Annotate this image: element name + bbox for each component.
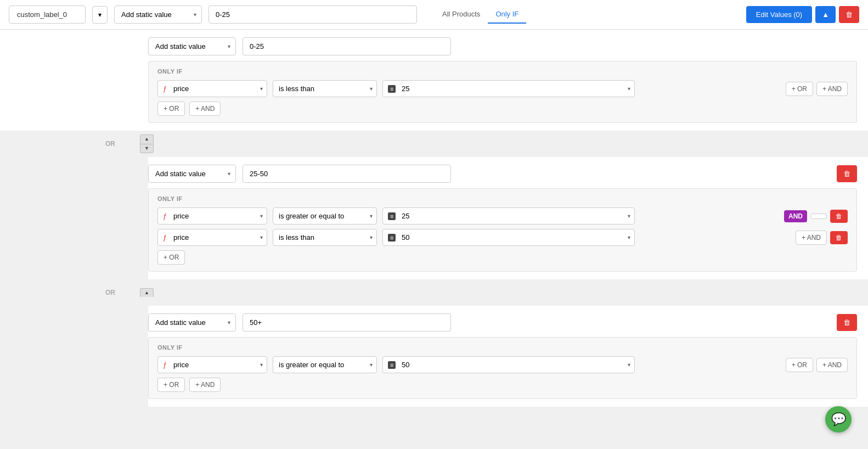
- section-2-condition-row-1: ƒ price ▾ is greater or equal to ▾: [157, 207, 848, 224]
- section-1-only-if-label: ONLY IF: [157, 68, 848, 75]
- section-1-op-select[interactable]: is less than: [273, 80, 377, 97]
- page-wrapper: custom_label_0 ▾ Add static value ▾ All …: [0, 0, 868, 407]
- section-2-op-select-1[interactable]: is greater or equal to: [273, 207, 377, 224]
- section-2-val-select-2[interactable]: 50: [382, 229, 635, 246]
- value-input-header[interactable]: [208, 5, 417, 24]
- section-3-left-pad: [0, 306, 148, 407]
- section-1-field-select[interactable]: price: [157, 80, 267, 97]
- section-1-bottom-or-btn[interactable]: + OR: [157, 102, 185, 116]
- add-static-select[interactable]: Add static value: [114, 5, 202, 24]
- section-3-row: Add static value ▾ 🗑 ONLY IF ƒ: [0, 306, 868, 407]
- section-3-type-select-wrapper: Add static value ▾: [148, 313, 236, 332]
- section-2-type-select-wrapper: Add static value ▾: [148, 165, 236, 183]
- section-1-content: Add static value ▾ ONLY IF ƒ price: [148, 30, 868, 131]
- section-1-cond-actions: + OR + AND: [786, 82, 848, 96]
- section-1: Add static value ▾ ONLY IF ƒ price: [0, 30, 868, 131]
- section-2-bottom-or-btn[interactable]: + OR: [157, 250, 185, 265]
- or-label-2: OR: [105, 289, 115, 296]
- tab-group: All Products Only IF: [435, 5, 526, 24]
- section-2-val-wrapper-1: ≡ 25 ▾: [382, 207, 635, 224]
- section-2-top-row: Add static value ▾ 🗑: [148, 165, 857, 183]
- move-up-button[interactable]: ▲: [815, 6, 836, 23]
- section-3-delete-btn[interactable]: 🗑: [837, 314, 857, 331]
- move-up-btn-1[interactable]: ▲: [140, 134, 154, 144]
- section-3-op-wrapper: is greater or equal to ▾: [273, 356, 377, 373]
- updown-btns-2: ▲: [140, 288, 154, 298]
- section-3-only-if-block: ONLY IF ƒ price ▾ is greater or: [148, 337, 857, 399]
- section-1-val-select[interactable]: 25: [382, 80, 635, 97]
- or-divider-2: OR ▲: [0, 279, 868, 306]
- add-static-wrapper: Add static value ▾: [114, 5, 202, 24]
- section-2-cond-2-del-btn[interactable]: 🗑: [830, 231, 848, 244]
- section-2-condition-row-2: ƒ price ▾ is less than ▾: [157, 229, 848, 246]
- section-2-op-wrapper-1: is greater or equal to ▾: [273, 207, 377, 224]
- section-1-only-if-block: ONLY IF ƒ price ▾ is less than: [148, 61, 857, 123]
- section-2-cond-2-and-btn[interactable]: + AND: [796, 231, 827, 245]
- section-1-field-wrapper: ƒ price ▾: [157, 80, 267, 97]
- section-1-and-btn[interactable]: + AND: [816, 82, 848, 96]
- section-2-field-select-2[interactable]: price: [157, 229, 267, 246]
- top-bar-right: Edit Values (0) ▲ 🗑: [746, 6, 859, 23]
- section-3-condition-row-1: ƒ price ▾ is greater or equal to ▾: [157, 356, 848, 373]
- custom-label-badge: custom_label_0: [9, 5, 86, 24]
- section-3-field-select[interactable]: price: [157, 356, 267, 373]
- section-3-field-wrapper: ƒ price ▾: [157, 356, 267, 373]
- section-2-left-pad: [0, 157, 148, 279]
- section-3-content: Add static value ▾ 🗑 ONLY IF ƒ: [148, 306, 868, 407]
- move-down-btn-1[interactable]: ▼: [140, 144, 154, 154]
- section-2-val-wrapper-2: ≡ 50 ▾: [382, 229, 635, 246]
- section-3-val-wrapper: ≡ 50 ▾: [382, 356, 635, 373]
- section-2: Add static value ▾ 🗑 ONLY IF ƒ: [0, 157, 868, 279]
- section-1-row: Add static value ▾ ONLY IF ƒ price: [0, 30, 868, 131]
- section-2-cond-2-actions: + AND 🗑: [796, 231, 848, 245]
- section-3-op-select[interactable]: is greater or equal to: [273, 356, 377, 373]
- section-1-value-input[interactable]: [243, 37, 451, 55]
- section-2-value-input[interactable]: [243, 165, 451, 183]
- section-2-only-if-label: ONLY IF: [157, 195, 848, 202]
- section-1-bottom-and-btn[interactable]: + AND: [189, 102, 221, 116]
- section-2-bottom-actions: + OR: [157, 250, 848, 265]
- section-1-bottom-actions: + OR + AND: [157, 102, 848, 116]
- section-3-or-btn[interactable]: + OR: [786, 358, 813, 372]
- section-2-delete-btn[interactable]: 🗑: [837, 165, 857, 182]
- section-1-type-select[interactable]: Add static value: [148, 37, 236, 55]
- section-3-type-select[interactable]: Add static value: [148, 313, 236, 332]
- section-2-field-select-1[interactable]: price: [157, 207, 267, 224]
- or-label-1: OR: [105, 140, 115, 148]
- section-1-op-wrapper: is less than ▾: [273, 80, 377, 97]
- section-2-val-select-1[interactable]: 25: [382, 207, 635, 224]
- section-2-field-wrapper-2: ƒ price ▾: [157, 229, 267, 246]
- section-2-type-select[interactable]: Add static value: [148, 165, 236, 183]
- delete-rule-button[interactable]: 🗑: [839, 6, 859, 23]
- section-1-val-wrapper: ≡ 25 ▾: [382, 80, 635, 97]
- and-badge-1: AND: [784, 210, 807, 222]
- section-2-only-if-block: ONLY IF ƒ price ▾ is greater or: [148, 188, 857, 272]
- section-3-only-if-label: ONLY IF: [157, 344, 848, 351]
- section-2-cond-1-del-btn[interactable]: 🗑: [830, 210, 848, 223]
- section-2-field-wrapper-1: ƒ price ▾: [157, 207, 267, 224]
- section-2-op-select-2[interactable]: is less than: [273, 229, 377, 246]
- section-3-top-row: Add static value ▾ 🗑: [148, 313, 857, 332]
- section-2-op-wrapper-2: is less than ▾: [273, 229, 377, 246]
- top-bar: custom_label_0 ▾ Add static value ▾ All …: [0, 0, 868, 30]
- section-3-bottom-actions: + OR + AND: [157, 378, 848, 392]
- move-up-btn-2[interactable]: ▲: [140, 288, 154, 298]
- section-1-top-row: Add static value ▾: [148, 37, 857, 55]
- tab-all-products[interactable]: All Products: [435, 5, 488, 24]
- or-divider-1: OR ▲ ▼: [0, 131, 868, 157]
- section-3-and-btn[interactable]: + AND: [816, 358, 848, 372]
- updown-btns-1: ▲ ▼: [140, 134, 154, 153]
- section-3-bottom-or-btn[interactable]: + OR: [157, 378, 185, 392]
- tab-only-if[interactable]: Only IF: [488, 5, 526, 24]
- section-3-val-select[interactable]: 50: [382, 356, 635, 373]
- section-3-value-input[interactable]: [243, 313, 451, 332]
- section-3-bottom-and-btn[interactable]: + AND: [189, 378, 221, 392]
- label-dropdown-btn[interactable]: ▾: [92, 6, 108, 24]
- section-1-or-btn[interactable]: + OR: [786, 82, 813, 96]
- edit-values-button[interactable]: Edit Values (0): [746, 6, 812, 23]
- section-2-row: Add static value ▾ 🗑 ONLY IF ƒ: [0, 157, 868, 279]
- section-1-type-select-wrapper: Add static value ▾: [148, 37, 236, 55]
- section-3: Add static value ▾ 🗑 ONLY IF ƒ: [0, 306, 868, 407]
- section-2-cond-1-actions: AND 🗑: [784, 210, 848, 223]
- and-toggle-1[interactable]: [810, 214, 827, 219]
